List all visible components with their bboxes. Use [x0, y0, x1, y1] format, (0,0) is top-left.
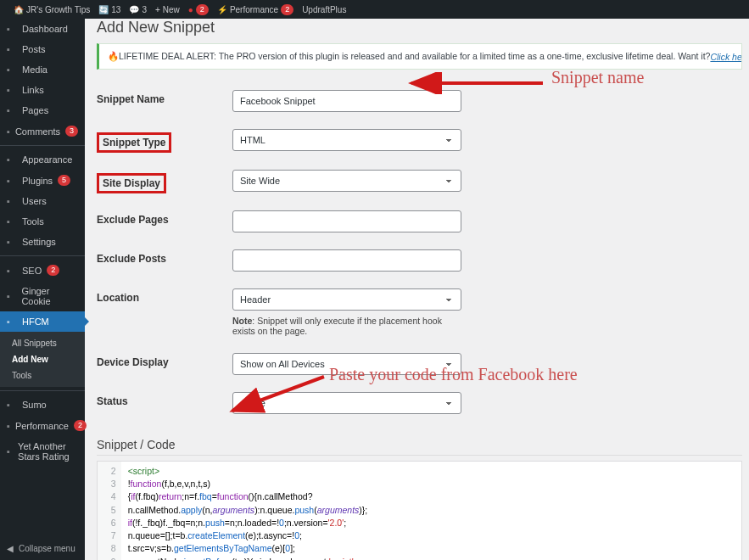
sidebar-item-appearance[interactable]: ▪Appearance	[0, 149, 85, 170]
code-editor[interactable]: 234567891011121314151617 <script> !funct…	[97, 461, 742, 560]
tool-icon: ▪	[7, 216, 17, 227]
exclude-posts-label: Exclude Posts	[97, 253, 166, 265]
lifetime-deal-notice: 🔥LIFETIME DEAL ALERT: The PRO version of…	[97, 43, 742, 70]
sidebar-item-comments[interactable]: ▪Comments3	[0, 120, 85, 142]
sidebar-item-label: Comments	[15, 126, 60, 137]
exclude-pages-input[interactable]	[232, 210, 461, 232]
collapse-label: Collapse menu	[19, 544, 75, 553]
main-content: Add New Snippet 🔥LIFETIME DEAL ALERT: Th…	[85, 0, 749, 560]
page-title: Add New Snippet	[97, 19, 742, 43]
notice-link[interactable]: Click here	[710, 52, 742, 62]
code-gutter: 234567891011121314151617	[98, 462, 121, 560]
submenu-tools[interactable]: Tools	[0, 367, 85, 384]
sidebar-item-media[interactable]: ▪Media	[0, 59, 85, 80]
sidebar-item-label: Media	[22, 64, 48, 75]
sidebar-item-ginger-cookie[interactable]: ▪Ginger Cookie	[0, 281, 85, 311]
sidebar-item-label: Dashboard	[22, 24, 68, 34]
sidebar-item-yet-another-stars-rating[interactable]: ▪Yet Another Stars Rating	[0, 436, 85, 467]
snippet-form: Snippet Name Snippet Type HTML Site Disp…	[97, 81, 742, 423]
sidebar-item-label: Links	[22, 85, 44, 95]
sidebar-item-label: HFCM	[22, 316, 49, 327]
pin-icon: ▪	[7, 44, 17, 54]
admin-bar: 🏠 JR's Growth Tips 🔄 13 💬 3 + New ● 2 ⚡ …	[0, 0, 749, 19]
site-display-select[interactable]: Site Wide	[232, 170, 461, 192]
sidebar-item-label: Users	[22, 196, 47, 206]
submenu-add-new[interactable]: Add New	[0, 351, 85, 367]
sidebar-item-label: Appearance	[22, 154, 72, 165]
user-icon: ▪	[7, 196, 17, 206]
exclude-posts-input[interactable]	[232, 249, 461, 272]
sidebar-item-seo[interactable]: ▪SEO2	[0, 260, 85, 281]
new-item[interactable]: + New	[155, 5, 180, 14]
submenu-all-snippets[interactable]: All Snippets	[0, 335, 85, 351]
sidebar-item-hfcm[interactable]: ▪HFCM	[0, 311, 85, 332]
sidebar-item-pages[interactable]: ▪Pages	[0, 100, 85, 120]
comments-item[interactable]: 💬 3	[129, 5, 147, 14]
code-body[interactable]: <script> !function(f,b,e,v,n,t,s) {if(f.…	[121, 462, 474, 560]
sidebar-item-tools[interactable]: ▪Tools	[0, 211, 85, 232]
star-icon: ▪	[7, 446, 13, 456]
sidebar-item-label: Ginger Cookie	[21, 286, 78, 306]
sidebar-item-users[interactable]: ▪Users	[0, 191, 85, 211]
sidebar-item-label: Tools	[22, 216, 44, 227]
status-select[interactable]: Active	[232, 392, 461, 414]
updates-item[interactable]: 🔄 13	[98, 5, 120, 14]
menu-badge: 2	[47, 265, 59, 276]
site-name-item[interactable]: 🏠 JR's Growth Tips	[14, 5, 90, 14]
snippet-name-label: Snippet Name	[97, 93, 165, 105]
sidebar-item-sumo[interactable]: ▪Sumo	[0, 395, 85, 415]
location-note: Note: Snippet will only execute if the p…	[232, 311, 461, 336]
menu-badge: 5	[58, 175, 70, 186]
sidebar-item-plugins[interactable]: ▪Plugins5	[0, 170, 85, 191]
dashboard-icon: ▪	[7, 24, 17, 34]
site-display-label: Site Display	[97, 173, 166, 193]
sumo-icon: ▪	[7, 400, 17, 410]
admin-sidebar: ▪Dashboard▪Posts▪Media▪Links▪Pages▪Comme…	[0, 0, 85, 560]
sidebar-item-label: SEO	[22, 266, 42, 276]
collapse-menu[interactable]: ◀ Collapse menu	[0, 537, 85, 560]
media-icon: ▪	[7, 64, 17, 75]
collapse-icon: ◀	[7, 544, 14, 553]
sidebar-item-settings[interactable]: ▪Settings	[0, 232, 85, 252]
page-icon: ▪	[7, 105, 17, 115]
cookie-icon: ▪	[7, 291, 16, 301]
location-select[interactable]: Header	[232, 288, 461, 311]
gear-icon: ▪	[7, 237, 17, 247]
sidebar-item-links[interactable]: ▪Links	[0, 80, 85, 100]
comment-icon: ▪	[7, 126, 10, 137]
notice-text: 🔥LIFETIME DEAL ALERT: The PRO version of…	[108, 51, 710, 62]
exclude-pages-label: Exclude Pages	[97, 214, 169, 226]
sidebar-item-label: Plugins	[22, 176, 53, 186]
yoast-item[interactable]: ● 2	[188, 4, 209, 15]
sidebar-item-label: Yet Another Stars Rating	[18, 441, 78, 462]
sidebar-item-posts[interactable]: ▪Posts	[0, 39, 85, 59]
sidebar-item-label: Performance	[15, 421, 69, 431]
code-icon: ▪	[7, 316, 17, 327]
perf-item[interactable]: ⚡ Performance 2	[217, 4, 293, 15]
yoast-icon: ▪	[7, 266, 17, 276]
snippet-type-select[interactable]: HTML	[232, 129, 461, 151]
snippet-name-input[interactable]	[232, 90, 461, 112]
brush-icon: ▪	[7, 154, 17, 165]
snippet-type-label: Snippet Type	[97, 132, 171, 153]
location-label: Location	[97, 292, 139, 304]
sidebar-item-dashboard[interactable]: ▪Dashboard	[0, 19, 85, 39]
status-label: Status	[97, 395, 128, 407]
menu-badge: 3	[65, 126, 78, 137]
device-display-label: Device Display	[97, 356, 169, 368]
sidebar-item-label: Posts	[22, 44, 46, 54]
sidebar-item-label: Sumo	[22, 400, 47, 410]
perf-icon: ▪	[7, 421, 10, 431]
device-display-select[interactable]: Show on All Devices	[232, 353, 461, 375]
sidebar-item-performance[interactable]: ▪Performance2	[0, 415, 85, 436]
updraft-item[interactable]: UpdraftPlus	[302, 5, 346, 14]
sidebar-item-label: Pages	[22, 105, 48, 115]
sidebar-item-label: Settings	[22, 237, 56, 247]
link-icon: ▪	[7, 85, 17, 95]
snippet-code-title: Snippet / Code	[97, 423, 742, 456]
plug-icon: ▪	[7, 176, 17, 186]
hfcm-submenu: All SnippetsAdd NewTools	[0, 332, 85, 387]
